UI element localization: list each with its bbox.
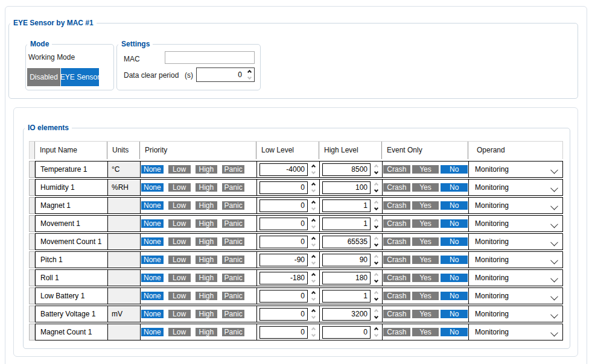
high-level-input[interactable] (322, 218, 371, 230)
low-level-input[interactable] (259, 199, 308, 212)
spinner-down-icon[interactable] (311, 315, 316, 319)
priority-high-button[interactable]: High (196, 165, 218, 174)
priority-low-button[interactable]: Low (168, 219, 191, 228)
mac-input[interactable] (165, 51, 255, 64)
priority-low-button[interactable]: Low (168, 310, 191, 318)
low-level-input[interactable] (259, 254, 308, 266)
event-no-button[interactable]: No (441, 328, 468, 336)
priority-high-button[interactable]: High (196, 183, 218, 192)
low-level-input[interactable] (259, 308, 308, 321)
operand-select[interactable]: Monitoring (469, 324, 562, 340)
low-level-input[interactable] (259, 218, 308, 230)
spinner-down-icon[interactable] (311, 278, 316, 283)
operand-select[interactable]: Monitoring (469, 252, 562, 268)
spinner-up-icon[interactable] (311, 273, 316, 277)
spinner-down-icon[interactable] (374, 297, 378, 301)
priority-high-button[interactable]: High (196, 256, 218, 264)
priority-low-button[interactable]: Low (168, 183, 191, 192)
priority-low-button[interactable]: Low (168, 292, 191, 300)
event-no-button[interactable]: No (441, 292, 468, 300)
event-yes-button[interactable]: Yes (412, 219, 439, 228)
priority-none-button[interactable]: None (141, 292, 164, 300)
mode-eye-sensor-button[interactable]: EYE Sensor (61, 68, 99, 86)
priority-panic-button[interactable]: Panic (222, 219, 244, 228)
priority-none-button[interactable]: None (141, 237, 164, 246)
spinner-up-icon[interactable] (374, 273, 378, 277)
spinner-down-icon[interactable] (311, 224, 316, 228)
event-crash-button[interactable]: Crash (383, 328, 410, 336)
event-crash-button[interactable]: Crash (383, 292, 410, 300)
event-crash-button[interactable]: Crash (383, 219, 410, 228)
spinner-up-icon[interactable] (311, 165, 316, 169)
priority-panic-button[interactable]: Panic (222, 292, 244, 300)
high-level-input[interactable] (322, 308, 371, 321)
priority-low-button[interactable]: Low (168, 328, 191, 336)
priority-panic-button[interactable]: Panic (222, 201, 244, 210)
priority-none-button[interactable]: None (141, 201, 164, 210)
event-yes-button[interactable]: Yes (412, 310, 439, 318)
spinner-up-icon[interactable] (374, 183, 378, 187)
event-no-button[interactable]: No (441, 256, 468, 264)
spinner-up-icon[interactable] (311, 219, 316, 223)
operand-select[interactable]: Monitoring (469, 180, 562, 195)
priority-none-button[interactable]: None (141, 310, 164, 318)
priority-panic-button[interactable]: Panic (222, 310, 244, 318)
spinner-up-icon[interactable] (311, 309, 316, 313)
high-level-input[interactable] (322, 326, 371, 339)
priority-low-button[interactable]: Low (168, 274, 191, 282)
event-yes-button[interactable]: Yes (412, 328, 439, 336)
spinner-up-icon[interactable] (374, 291, 378, 295)
priority-low-button[interactable]: Low (168, 237, 191, 246)
spinner-up-icon[interactable] (374, 201, 378, 205)
priority-high-button[interactable]: High (196, 274, 218, 282)
spinner-down-icon[interactable] (374, 170, 378, 174)
high-level-input[interactable] (322, 236, 371, 248)
high-level-input[interactable] (322, 163, 371, 176)
priority-high-button[interactable]: High (196, 237, 218, 246)
spinner-up-icon[interactable] (311, 183, 316, 187)
priority-panic-button[interactable]: Panic (222, 165, 244, 174)
event-crash-button[interactable]: Crash (383, 256, 410, 264)
spinner-down-icon[interactable] (374, 224, 378, 228)
spinner-up-icon[interactable] (311, 327, 316, 331)
spinner-up-icon[interactable] (374, 237, 378, 241)
priority-high-button[interactable]: High (196, 292, 218, 300)
priority-panic-button[interactable]: Panic (222, 183, 244, 192)
priority-low-button[interactable]: Low (168, 165, 191, 174)
event-crash-button[interactable]: Crash (383, 183, 410, 192)
event-no-button[interactable]: No (441, 183, 468, 192)
spinner-up-icon[interactable] (311, 291, 316, 295)
event-crash-button[interactable]: Crash (383, 310, 410, 318)
priority-high-button[interactable]: High (196, 219, 218, 228)
event-crash-button[interactable]: Crash (383, 237, 410, 246)
priority-panic-button[interactable]: Panic (222, 256, 244, 264)
spinner-down-icon[interactable] (374, 260, 378, 265)
event-yes-button[interactable]: Yes (412, 183, 439, 192)
priority-none-button[interactable]: None (141, 165, 164, 174)
spinner-up-icon[interactable] (374, 165, 378, 169)
priority-high-button[interactable]: High (196, 328, 218, 336)
event-yes-button[interactable]: Yes (412, 292, 439, 300)
low-level-input[interactable] (259, 272, 308, 284)
priority-panic-button[interactable]: Panic (222, 237, 244, 246)
spinner-down-icon[interactable] (374, 206, 378, 210)
high-level-input[interactable] (322, 181, 371, 194)
high-level-input[interactable] (322, 290, 371, 303)
priority-high-button[interactable]: High (196, 201, 218, 210)
spinner-up-icon[interactable] (311, 237, 316, 241)
priority-low-button[interactable]: Low (168, 256, 191, 264)
low-level-input[interactable] (259, 236, 308, 248)
priority-none-button[interactable]: None (141, 328, 164, 336)
low-level-input[interactable] (259, 163, 308, 176)
event-crash-button[interactable]: Crash (383, 201, 410, 210)
data-clear-period-input[interactable] (197, 67, 244, 82)
spinner-down-icon[interactable] (374, 315, 378, 319)
spinner-up-icon[interactable] (374, 309, 378, 313)
spinner-up-icon[interactable] (374, 327, 378, 331)
spinner-down-icon[interactable] (311, 206, 316, 210)
high-level-input[interactable] (322, 272, 371, 284)
priority-high-button[interactable]: High (196, 310, 218, 318)
low-level-input[interactable] (259, 326, 308, 339)
event-no-button[interactable]: No (441, 310, 468, 318)
low-level-input[interactable] (259, 290, 308, 303)
